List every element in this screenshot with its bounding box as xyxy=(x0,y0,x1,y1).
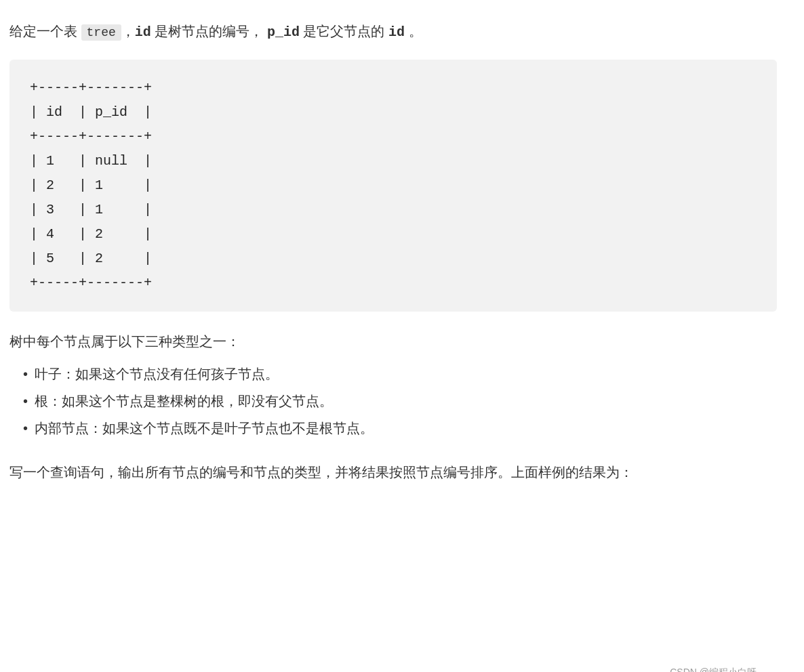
node-types-title: 树中每个节点属于以下三种类型之一： xyxy=(9,331,777,352)
pid-desc: 是它父节点的 xyxy=(300,24,388,39)
list-item-text: 叶子：如果这个节点没有任何孩子节点。 xyxy=(35,362,279,386)
list-item-label: 叶子： xyxy=(35,366,75,381)
list-item: • 根：如果这个节点是整棵树的根，即没有父节点。 xyxy=(23,389,777,413)
list-item-text: 根：如果这个节点是整棵树的根，即没有父节点。 xyxy=(35,389,333,413)
node-types-section: 树中每个节点属于以下三种类型之一： • 叶子：如果这个节点没有任何孩子节点。 •… xyxy=(9,331,777,440)
list-item: • 叶子：如果这个节点没有任何孩子节点。 xyxy=(23,362,777,386)
pid-label: p_id xyxy=(267,24,300,40)
id-desc: 是树节点的编号， xyxy=(151,24,267,39)
query-text: 写一个查询语句，输出所有节点的编号和节点的类型，并将结果按照节点编号排序。上面样… xyxy=(9,461,777,484)
node-types-list: • 叶子：如果这个节点没有任何孩子节点。 • 根：如果这个节点是整棵树的根，即没… xyxy=(9,362,777,440)
intro-prefix: 给定一个表 xyxy=(9,24,81,39)
id-suffix: id xyxy=(388,24,405,40)
intro-paragraph: 给定一个表 tree，id 是树节点的编号， p_id 是它父节点的 id 。 xyxy=(9,20,777,43)
sql-table-code-block: +-----+-------+ | id | p_id | +-----+---… xyxy=(9,60,777,312)
bullet-icon: • xyxy=(23,362,28,386)
list-item-text: 内部节点：如果这个节点既不是叶子节点也不是根节点。 xyxy=(35,416,374,440)
id-label: id xyxy=(135,24,151,40)
table-name-badge: tree xyxy=(81,24,121,41)
query-section: 写一个查询语句，输出所有节点的编号和节点的类型，并将结果按照节点编号排序。上面样… xyxy=(9,461,777,484)
bullet-icon: • xyxy=(23,416,28,440)
list-item-label: 内部节点： xyxy=(35,421,102,436)
page-wrapper: 给定一个表 tree，id 是树节点的编号， p_id 是它父节点的 id 。 … xyxy=(9,20,777,672)
list-item-desc: 如果这个节点既不是叶子节点也不是根节点。 xyxy=(102,421,374,436)
intro-suffix: 。 xyxy=(405,24,422,39)
list-item: • 内部节点：如果这个节点既不是叶子节点也不是根节点。 xyxy=(23,416,777,440)
bullet-icon: • xyxy=(23,389,28,413)
list-item-desc: 如果这个节点是整棵树的根，即没有父节点。 xyxy=(62,394,333,408)
footer-credit: CSDN @编程小白呀 xyxy=(670,667,757,672)
list-item-label: 根： xyxy=(35,394,62,408)
list-item-desc: 如果这个节点没有任何孩子节点。 xyxy=(75,366,279,381)
intro-middle: ， xyxy=(121,24,135,39)
